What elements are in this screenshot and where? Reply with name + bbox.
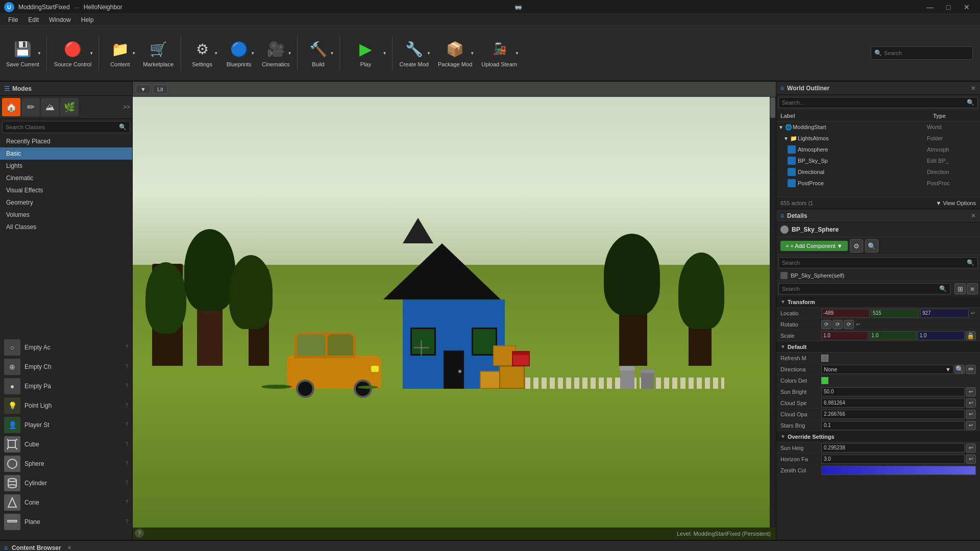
- rotation-reset[interactable]: ↩: [855, 321, 861, 327]
- search-classes-box[interactable]: 🔍: [2, 121, 130, 133]
- sun-bright-input[interactable]: [821, 387, 965, 396]
- category-cinematic[interactable]: Cinematic: [0, 172, 132, 184]
- viewport[interactable]: ▼ Lit: [133, 82, 776, 540]
- toolbar-upload-steam[interactable]: 🚂 Upload Steam ▼: [477, 30, 521, 76]
- location-reset[interactable]: ↩: [970, 310, 976, 316]
- toolbar-settings[interactable]: ⚙ Settings ▼: [184, 30, 220, 76]
- rotation-x-btn[interactable]: ⟳: [821, 320, 831, 329]
- sun-height-input[interactable]: [821, 443, 965, 453]
- zenith-color-swatch[interactable]: [821, 466, 976, 475]
- close-button[interactable]: ✕: [958, 0, 976, 14]
- sun-bright-reset[interactable]: ↩: [966, 387, 976, 396]
- mode-tab-landscape[interactable]: ⛰: [41, 98, 59, 116]
- cloud-speed-reset[interactable]: ↩: [966, 398, 976, 408]
- details-close[interactable]: ✕: [971, 212, 976, 219]
- menu-window[interactable]: Window: [45, 15, 75, 24]
- actor-cone[interactable]: Cone ?: [0, 493, 132, 512]
- actor-sphere[interactable]: Sphere ?: [0, 454, 132, 473]
- scale-y-input[interactable]: [869, 331, 916, 340]
- toolbar-play[interactable]: ▶ Play ▼: [343, 30, 389, 76]
- category-geometry[interactable]: Geometry: [0, 196, 132, 209]
- scale-lock-btn[interactable]: 🔒: [966, 331, 976, 340]
- stars-bright-input[interactable]: [821, 421, 965, 430]
- toolbar-content[interactable]: 📁 Content ▼: [102, 30, 138, 76]
- toolbar-cinematics[interactable]: 🎥 Cinematics ▼: [258, 30, 293, 76]
- details-search2-input[interactable]: [782, 286, 937, 292]
- outliner-item-sky[interactable]: BP_Sky_Sp Edit BP_: [776, 155, 980, 166]
- maximize-button[interactable]: □: [939, 0, 958, 14]
- refresh-checkbox[interactable]: [821, 355, 828, 362]
- rotation-z-btn[interactable]: ⟳: [844, 320, 854, 329]
- viewport-perspective-btn[interactable]: ▼: [136, 85, 151, 94]
- directional-pick-btn[interactable]: ✏: [966, 365, 976, 374]
- details-grid-view-btn[interactable]: ⊞: [954, 283, 966, 294]
- outliner-search-input[interactable]: [782, 99, 965, 106]
- category-lights[interactable]: Lights: [0, 160, 132, 172]
- outliner-search-box[interactable]: 🔍: [778, 97, 978, 108]
- details-list-view-btn[interactable]: ≡: [967, 283, 978, 294]
- modes-expand[interactable]: >>: [123, 104, 130, 111]
- details-search-input[interactable]: [782, 260, 965, 266]
- toolbar-package-mod[interactable]: 📦 Package Mod ▼: [434, 30, 476, 76]
- outliner-view-options[interactable]: ▼ View Options: [936, 200, 976, 206]
- scale-x-input[interactable]: [821, 331, 868, 340]
- category-basic[interactable]: Basic: [0, 147, 132, 160]
- category-volumes[interactable]: Volumes: [0, 209, 132, 221]
- menu-edit[interactable]: Edit: [24, 15, 43, 24]
- actor-empty-ac[interactable]: ○ Empty Ac ?: [0, 338, 132, 357]
- transform-section-header[interactable]: ▼ Transform: [776, 296, 980, 308]
- toolbar-search-input[interactable]: [884, 50, 969, 56]
- toolbar-create-mod[interactable]: 🔧 Create Mod ▼: [396, 30, 433, 76]
- actor-cylinder[interactable]: Cylinder ?: [0, 473, 132, 493]
- directional-search-btn[interactable]: 🔍: [954, 365, 965, 374]
- cb-close[interactable]: ✕: [67, 545, 71, 550]
- bp-self-item[interactable]: BP_Sky_Sphere(self): [776, 270, 980, 281]
- menu-file[interactable]: File: [4, 15, 22, 24]
- toolbar-marketplace[interactable]: 🛒 Marketplace: [139, 30, 178, 76]
- override-section-header[interactable]: ▼ Override Settings: [776, 431, 980, 442]
- toolbar-source-control[interactable]: 🔴 Source Control ▼: [50, 30, 95, 76]
- default-section-header[interactable]: ▼ Default: [776, 341, 980, 353]
- rotation-y-btn[interactable]: ⟳: [832, 320, 843, 329]
- component-settings-btn[interactable]: ⚙: [850, 239, 863, 253]
- outliner-item-lights[interactable]: ▼ 📁 LightsAtmos Folder: [776, 133, 980, 144]
- minimize-button[interactable]: —: [921, 0, 939, 14]
- toolbar-search-box[interactable]: 🔍: [871, 46, 973, 60]
- category-recently-placed[interactable]: Recently Placed: [0, 135, 132, 147]
- outliner-item-atmosphere[interactable]: Atmosphere Atmosph: [776, 144, 980, 155]
- sun-height-reset[interactable]: ↩: [966, 443, 976, 453]
- menu-help[interactable]: Help: [77, 15, 98, 24]
- viewport-scrollbar[interactable]: [770, 97, 776, 528]
- component-search-btn[interactable]: 🔍: [865, 239, 878, 253]
- details-search-box[interactable]: 🔍: [778, 257, 978, 268]
- actor-plane[interactable]: Plane ?: [0, 512, 132, 532]
- stars-bright-reset[interactable]: ↩: [966, 421, 976, 430]
- add-component-button[interactable]: + + Add Component ▼: [780, 241, 848, 251]
- actor-player-start[interactable]: 👤 Player St ?: [0, 415, 132, 435]
- scale-z-input[interactable]: [918, 331, 965, 340]
- cloud-opa-reset[interactable]: ↩: [966, 410, 976, 419]
- outliner-item-world[interactable]: ▼ 🌐 ModdingStart World: [776, 121, 980, 133]
- cloud-speed-input[interactable]: [821, 398, 965, 408]
- outliner-close[interactable]: ✕: [971, 85, 976, 92]
- mode-tab-foliage[interactable]: 🌿: [60, 98, 79, 116]
- cloud-opa-input[interactable]: [821, 410, 965, 419]
- colors-checkbox[interactable]: [821, 377, 828, 384]
- mode-tab-place[interactable]: 🏠: [2, 98, 20, 116]
- location-x-input[interactable]: [821, 309, 870, 318]
- directional-dropdown[interactable]: None ▼: [821, 365, 953, 374]
- actor-cube[interactable]: Cube ?: [0, 435, 132, 454]
- actor-empty-ch[interactable]: ⊕ Empty Ch ?: [0, 357, 132, 377]
- location-y-input[interactable]: [871, 309, 919, 318]
- details-search2-box[interactable]: 🔍: [778, 283, 950, 294]
- toolbar-blueprints[interactable]: 🔵 Blueprints ▼: [221, 30, 257, 76]
- viewport-help-icon[interactable]: ?: [135, 529, 144, 538]
- actor-empty-pa[interactable]: ● Empty Pa ?: [0, 377, 132, 396]
- outliner-item-directional[interactable]: Directional Direction: [776, 166, 980, 178]
- outliner-item-postprocess[interactable]: PostProce PostProc: [776, 178, 980, 189]
- toolbar-save-current[interactable]: 💾 Save Current ▼: [2, 30, 43, 76]
- category-all-classes[interactable]: All Classes: [0, 221, 132, 233]
- category-visual-effects[interactable]: Visual Effects: [0, 184, 132, 196]
- search-classes-input[interactable]: [6, 124, 117, 130]
- mode-tab-paint[interactable]: ✏: [21, 98, 40, 116]
